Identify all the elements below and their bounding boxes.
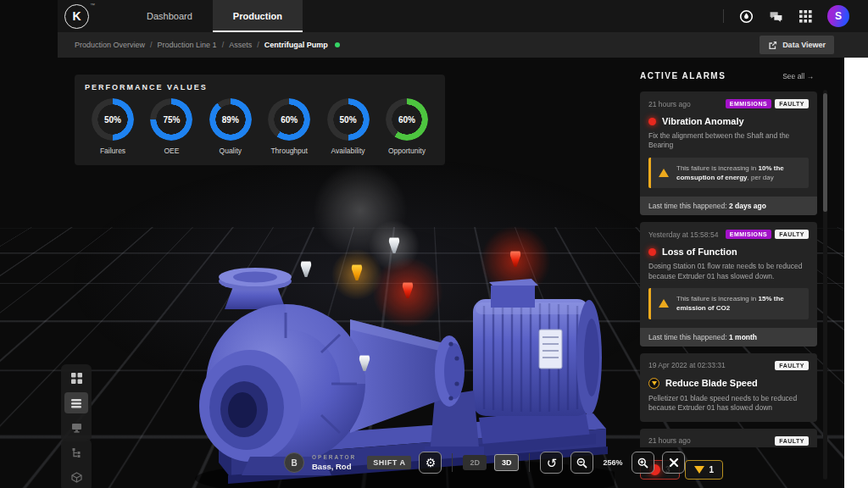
alarm-card-vibration-anomaly-2[interactable]: 21 hours ago FAULTY Vibration Anomaly bbox=[640, 429, 817, 447]
gauge-opportunity: 60% Opportunity bbox=[379, 98, 435, 155]
rows-list-icon bbox=[70, 398, 82, 408]
breadcrumb-separator: / bbox=[257, 41, 259, 49]
alarm-card-reduce-blade-speed[interactable]: 19 Apr 2022 at 02:33:31 FAULTY Reduce Bl… bbox=[640, 353, 817, 422]
gauge-quality: 89% Quality bbox=[203, 98, 259, 155]
apps-grid-icon[interactable] bbox=[798, 8, 813, 24]
mode-2d-button[interactable]: 2D bbox=[463, 455, 487, 470]
last-occurrence: Last time this happened: 2 days ago bbox=[640, 197, 817, 215]
collapse-icon bbox=[669, 458, 679, 468]
critical-dot-icon bbox=[648, 248, 656, 256]
warning-alarm-counter[interactable]: 1 bbox=[685, 460, 724, 480]
alarm-description: Fix the alignment between the Shaft and … bbox=[648, 131, 809, 151]
hierarchy-button[interactable] bbox=[64, 442, 88, 463]
operator-role: OPERATOR bbox=[312, 454, 356, 460]
faulty-badge: FAULTY bbox=[775, 99, 809, 108]
breadcrumb-separator: / bbox=[222, 41, 225, 49]
alarms-scrollbar[interactable] bbox=[823, 90, 827, 480]
logo-letter: K bbox=[64, 4, 89, 29]
faulty-badge: FAULTY bbox=[775, 361, 809, 370]
zoom-out-button[interactable] bbox=[570, 452, 593, 474]
zoom-level: 256% bbox=[603, 458, 622, 467]
view-tools-group bbox=[61, 364, 92, 441]
critical-dot-icon bbox=[648, 118, 656, 125]
alarm-list: 21 hours ago EMMISIONS FAULTY Vibration … bbox=[640, 92, 817, 447]
faulty-badge: FAULTY bbox=[775, 436, 809, 446]
scrollbar-thumb[interactable] bbox=[823, 93, 827, 212]
alarms-title: ACTIVE ALARMS bbox=[640, 71, 726, 80]
app-logo[interactable]: K ™ bbox=[58, 0, 101, 32]
see-all-link[interactable]: See all → bbox=[782, 72, 814, 80]
mode-3d-button[interactable]: 3D bbox=[494, 454, 520, 471]
gauge-row: 50% Failures 75% OEE 89% Quality 60% Thr… bbox=[85, 98, 435, 155]
cube-icon bbox=[71, 472, 82, 483]
active-alarms-panel: ACTIVE ALARMS See all → 21 hours ago EMM… bbox=[640, 71, 829, 480]
faulty-badge: FAULTY bbox=[775, 230, 809, 239]
zoom-in-icon bbox=[637, 458, 648, 469]
breadcrumb-separator: / bbox=[150, 41, 153, 49]
rotate-reset-icon: ↺ bbox=[547, 457, 558, 469]
gauge-oee: 75% OEE bbox=[143, 98, 199, 155]
alarm-title: Loss of Function bbox=[662, 247, 737, 257]
gear-icon: ⚙ bbox=[426, 457, 437, 469]
page-margin bbox=[844, 58, 868, 488]
viewport-toolbar: B OPERATOR Bass, Rod SHIFT A ⚙ 2D 3D ↺ 2… bbox=[284, 446, 685, 479]
collapse-view-button[interactable] bbox=[662, 452, 685, 474]
emissions-badge: EMMISIONS bbox=[726, 230, 772, 239]
layout-grid-button[interactable] bbox=[64, 368, 88, 389]
settings-button[interactable]: ⚙ bbox=[419, 452, 442, 474]
gauge-availability: 50% Availability bbox=[320, 98, 376, 155]
alarm-description: Dosing Station 01 flow rate needs to be … bbox=[648, 262, 809, 281]
alarm-card-vibration-anomaly[interactable]: 21 hours ago EMMISIONS FAULTY Vibration … bbox=[640, 92, 817, 215]
warning-triangle-icon bbox=[694, 466, 704, 474]
breadcrumb-bar: Production Overview / Production Line 1 … bbox=[58, 32, 868, 58]
breadcrumb-production-line[interactable]: Production Line 1 bbox=[158, 41, 217, 49]
nav-divider bbox=[723, 9, 724, 23]
toolbar-divider bbox=[529, 453, 530, 472]
toolbar-divider bbox=[452, 453, 453, 472]
layout-grid-icon bbox=[71, 373, 82, 384]
tab-dashboard[interactable]: Dashboard bbox=[126, 0, 213, 32]
gauge-failures: 50% Failures bbox=[85, 98, 141, 155]
tab-production[interactable]: Production bbox=[213, 0, 303, 32]
alarm-time: Yesterday at 15:58:54 bbox=[648, 230, 718, 239]
operator-name: Bass, Rod bbox=[312, 462, 356, 471]
rows-list-button[interactable] bbox=[64, 392, 88, 413]
performance-title: PERFORMANCE VALUES bbox=[85, 83, 435, 92]
alerts-icon[interactable] bbox=[738, 8, 754, 24]
warning-triangle-icon bbox=[659, 169, 669, 177]
display-button[interactable] bbox=[64, 417, 88, 438]
user-avatar[interactable]: S bbox=[827, 5, 849, 27]
gauge-throughput: 60% Throughput bbox=[261, 98, 317, 155]
impact-warning: This failure is increasing in 15% the em… bbox=[648, 288, 809, 319]
data-viewer-button[interactable]: Data Viewer bbox=[760, 36, 834, 54]
alarm-card-loss-of-function[interactable]: Yesterday at 15:58:54 EMMISIONS FAULTY L… bbox=[640, 222, 817, 346]
breadcrumb-assets[interactable]: Assets bbox=[229, 41, 252, 49]
breadcrumb-current: Centrifugal Pump bbox=[264, 41, 328, 49]
main-tabs: Dashboard Production bbox=[126, 0, 303, 32]
asset-status-dot bbox=[335, 42, 340, 47]
emissions-badge: EMMISIONS bbox=[726, 99, 772, 108]
alarm-description: Pelletizer 01 blade speed needs to be re… bbox=[648, 394, 809, 422]
warning-triangle-icon bbox=[659, 299, 669, 308]
breadcrumb-production-overview[interactable]: Production Overview bbox=[75, 41, 145, 49]
display-icon bbox=[71, 423, 82, 433]
reset-view-button[interactable]: ↺ bbox=[540, 452, 563, 474]
zoom-out-icon bbox=[576, 458, 587, 469]
model-tools-group bbox=[61, 439, 92, 488]
zoom-in-button[interactable] bbox=[632, 452, 654, 474]
top-navbar: K ™ Dashboard Production S bbox=[58, 0, 868, 32]
shift-badge[interactable]: SHIFT A bbox=[367, 456, 411, 469]
logo-trademark: ™ bbox=[90, 3, 95, 8]
operator-info: OPERATOR Bass, Rod bbox=[312, 454, 356, 471]
app-window: K ™ Dashboard Production S Production Ov… bbox=[0, 0, 868, 488]
alarm-time: 19 Apr 2022 at 02:33:31 bbox=[648, 361, 726, 369]
chat-icon[interactable] bbox=[768, 8, 783, 24]
navbar-actions: S bbox=[723, 0, 868, 32]
operator-avatar[interactable]: B bbox=[284, 452, 304, 473]
cube-button[interactable] bbox=[64, 467, 88, 488]
performance-panel: PERFORMANCE VALUES 50% Failures 75% OEE … bbox=[75, 75, 445, 165]
alarm-time: 21 hours ago bbox=[648, 436, 691, 445]
impact-warning: This failure is increasing in 10% the co… bbox=[648, 158, 809, 188]
alarm-title: Reduce Blade Speed bbox=[665, 378, 758, 388]
alarm-time: 21 hours ago bbox=[648, 100, 691, 108]
